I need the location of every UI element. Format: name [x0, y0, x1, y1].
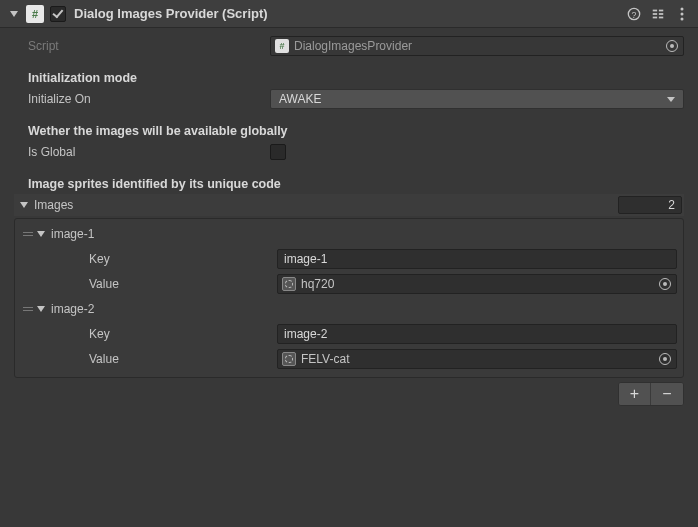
add-element-button[interactable]: + — [619, 383, 651, 405]
svg-rect-2 — [653, 9, 657, 11]
svg-point-10 — [681, 17, 684, 20]
script-label: Script — [14, 39, 270, 53]
value-label: Value — [21, 277, 277, 291]
images-label: Images — [30, 198, 618, 212]
component-enable-checkbox[interactable] — [50, 6, 66, 22]
list-footer: + − — [14, 382, 684, 406]
section-initialization-heading: Initialization mode — [14, 71, 684, 85]
element-name: image-1 — [47, 227, 94, 241]
script-asset-icon: # — [275, 39, 289, 53]
images-list-header: Images 2 — [14, 194, 684, 216]
key-label: Key — [21, 327, 277, 341]
value-object-field[interactable]: hq720 — [277, 274, 677, 294]
script-value: DialogImagesProvider — [294, 39, 412, 53]
sprite-icon — [282, 277, 296, 291]
list-item: image-1 — [21, 223, 677, 245]
key-input-field[interactable] — [284, 252, 670, 266]
value-object-name: FELV-cat — [301, 352, 349, 366]
images-size-field[interactable]: 2 — [618, 196, 682, 214]
images-foldout[interactable] — [18, 199, 30, 211]
component-foldout[interactable] — [8, 8, 20, 20]
images-list-body: image-1 Key Value hq720 image-2 Key — [14, 218, 684, 378]
script-field: # DialogImagesProvider — [270, 36, 684, 56]
object-picker-icon[interactable] — [658, 277, 672, 291]
section-global-heading: Wether the images will be available glob… — [14, 124, 684, 138]
is-global-checkbox[interactable] — [270, 144, 286, 160]
key-input-field[interactable] — [284, 327, 670, 341]
key-label: Key — [21, 252, 277, 266]
drag-handle-icon[interactable] — [21, 232, 35, 236]
svg-point-9 — [681, 12, 684, 15]
value-label: Value — [21, 352, 277, 366]
initialize-on-label: Initialize On — [14, 92, 270, 106]
svg-rect-5 — [659, 13, 663, 15]
drag-handle-icon[interactable] — [21, 307, 35, 311]
initialize-on-dropdown[interactable]: AWAKE — [270, 89, 684, 109]
svg-text:?: ? — [632, 9, 637, 19]
element-foldout[interactable] — [35, 303, 47, 315]
element-name: image-2 — [47, 302, 94, 316]
initialize-on-value: AWAKE — [279, 92, 321, 106]
element-foldout[interactable] — [35, 228, 47, 240]
value-object-field[interactable]: FELV-cat — [277, 349, 677, 369]
help-icon[interactable]: ? — [626, 6, 642, 22]
preset-icon[interactable] — [650, 6, 666, 22]
component-title: Dialog Images Provider (Script) — [74, 6, 626, 21]
object-picker-icon[interactable] — [658, 352, 672, 366]
section-sprites-heading: Image sprites identified by its unique c… — [14, 177, 684, 191]
svg-rect-3 — [659, 9, 663, 11]
key-input[interactable] — [277, 249, 677, 269]
value-object-name: hq720 — [301, 277, 334, 291]
svg-rect-4 — [653, 13, 657, 15]
is-global-label: Is Global — [14, 145, 270, 159]
key-input[interactable] — [277, 324, 677, 344]
script-picker-icon[interactable] — [665, 39, 679, 53]
component-header: # Dialog Images Provider (Script) ? — [0, 0, 698, 28]
remove-element-button[interactable]: − — [651, 383, 683, 405]
svg-rect-6 — [653, 16, 657, 18]
sprite-icon — [282, 352, 296, 366]
svg-rect-7 — [659, 16, 663, 18]
context-menu-icon[interactable] — [674, 6, 690, 22]
svg-point-8 — [681, 7, 684, 10]
list-item: image-2 — [21, 298, 677, 320]
script-icon: # — [26, 5, 44, 23]
